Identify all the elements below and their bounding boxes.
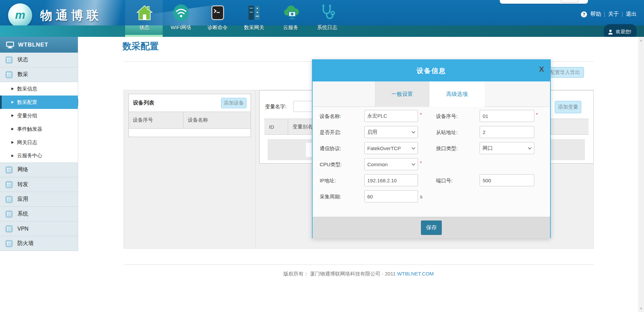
sidebar-item-firewall[interactable]: 防火墙 — [0, 236, 78, 251]
device-panel-title: 设备列表 — [133, 100, 154, 107]
footer-divider — [123, 264, 594, 265]
sidebar-brand: WTBLNET — [0, 37, 78, 53]
device-name-field[interactable] — [364, 110, 418, 122]
sidebar-item-label: 转发 — [17, 181, 28, 188]
sidebar-subitem-label: 数采配置 — [17, 99, 37, 106]
device-table-empty-row — [129, 129, 251, 136]
interface-type-select-value: 网口 — [483, 145, 493, 151]
sidebar-item-label: 应用 — [17, 196, 28, 203]
add-variable-button[interactable]: 添加变量 — [555, 101, 581, 113]
chevron-down-icon — [412, 162, 415, 166]
logo-globe-icon: m — [8, 3, 32, 27]
device-name-label: 设备名称: — [320, 113, 341, 120]
brand-name: 物通博联 — [40, 7, 102, 24]
form-row: IP地址: 端口号: — [313, 173, 550, 189]
gateway-icon — [245, 4, 263, 22]
variable-table-col-alias: 变量别名 — [288, 124, 313, 130]
nav-item-status[interactable]: 状态 — [126, 0, 163, 37]
nav-item-system-logs[interactable]: 系统日志 — [309, 0, 345, 37]
browser-notification-bar — [500, 0, 588, 4]
vertical-scrollbar[interactable]: ▲ ▼ — [638, 37, 644, 312]
sidebar-subitem-variable-groups[interactable]: 变量分组 — [0, 109, 78, 122]
port-field[interactable] — [480, 174, 534, 186]
enabled-select[interactable]: 启用 — [364, 126, 418, 138]
sidebar-item-status[interactable]: 状态 — [0, 53, 78, 67]
nav-item-diagnostic-command[interactable]: 诊断命令 — [199, 0, 236, 37]
required-star: * — [420, 160, 422, 166]
caret-right-icon — [11, 141, 14, 144]
grid-icon — [5, 240, 13, 247]
sidebar-subitem-label: 变量分组 — [17, 113, 37, 119]
cpu-type-label: CPU类型: — [320, 162, 342, 168]
slave-address-field[interactable] — [480, 126, 534, 138]
sidebar-item-data-acquisition[interactable]: 数采 — [0, 67, 78, 82]
welcome-badge: 欢迎您! — [604, 24, 637, 37]
sidebar-subitem-gateway-logs[interactable]: 网关日志 — [0, 136, 78, 149]
nav-label: 数采网关 — [244, 24, 264, 31]
user-icon — [608, 29, 613, 35]
grid-icon — [5, 210, 13, 218]
footer-link[interactable]: WTBLNET.COM — [397, 271, 434, 276]
divider — [604, 12, 605, 17]
seconds-suffix: s — [420, 194, 423, 199]
tab-advanced-options[interactable]: 高级选项 — [429, 81, 485, 107]
header-utility-links: ? 帮助 关于 退出 — [581, 11, 637, 18]
notification-bar-button[interactable] — [561, 0, 578, 3]
protocol-select-value: FatekOverTCP — [367, 145, 401, 151]
sidebar-item-system[interactable]: 系统 — [0, 207, 78, 222]
nav-item-data-gateway[interactable]: 数采网关 — [236, 0, 272, 37]
required-star: * — [536, 112, 538, 117]
nav-label: 诊断命令 — [208, 24, 228, 31]
nav-item-cloud-service[interactable]: 云服务 — [272, 0, 309, 37]
grid-icon — [5, 181, 13, 188]
sidebar-item-vpn[interactable]: VPN — [0, 222, 78, 236]
sidebar-item-label: 系统 — [17, 210, 28, 217]
enabled-select-value: 启用 — [367, 129, 377, 135]
logout-link[interactable]: 退出 — [626, 11, 637, 18]
sidebar-subitem-label: 云服务中心 — [17, 152, 42, 159]
modal-body: 设备名称: * 设备序号: * 是否开启: 启用 从站地址: 通信协议: Fat… — [313, 107, 550, 217]
panel-divider — [255, 90, 256, 248]
device-serial-field[interactable] — [480, 110, 534, 122]
device-table-col-name: 设备名称 — [183, 117, 208, 123]
close-icon[interactable]: X — [539, 66, 544, 73]
nav-item-wifi-network[interactable]: WIFI网络 — [163, 0, 199, 37]
scroll-down-arrow[interactable]: ▼ — [638, 306, 644, 311]
nav-label: WIFI网络 — [171, 24, 192, 31]
terminal-icon — [209, 4, 227, 22]
grid-icon — [5, 166, 13, 174]
nav-label: 状态 — [140, 24, 150, 31]
interface-type-select[interactable]: 网口 — [480, 142, 534, 154]
poll-period-field[interactable] — [364, 190, 418, 202]
about-link[interactable]: 关于 — [608, 11, 619, 18]
divider — [622, 12, 623, 17]
ip-address-field[interactable] — [364, 174, 418, 186]
sidebar-subitem-data-config[interactable]: 数采配置 — [0, 96, 78, 109]
page-title: 数采配置 — [122, 40, 159, 52]
scroll-up-arrow[interactable]: ▲ — [638, 38, 644, 43]
help-link[interactable]: 帮助 — [590, 11, 601, 18]
welcome-text: 欢迎您! — [616, 29, 631, 35]
config-import-export-button[interactable]: 配置导入导出 — [546, 67, 584, 78]
cpu-type-select[interactable]: Common — [364, 158, 418, 170]
caret-right-icon — [11, 101, 14, 104]
sidebar-item-label: VPN — [17, 226, 29, 232]
sidebar-subitem-data-info[interactable]: 数采信息 — [0, 82, 78, 96]
form-row: 是否开启: 启用 从站地址: — [313, 125, 550, 141]
sidebar-item-forwarding[interactable]: 转发 — [0, 177, 78, 192]
brand-logo: m 物通博联 — [8, 3, 102, 27]
protocol-select[interactable]: FatekOverTCP — [364, 142, 418, 154]
sidebar-subitem-cloud-center[interactable]: 云服务中心 — [0, 149, 78, 163]
sidebar-item-network[interactable]: 网络 — [0, 163, 78, 177]
protocol-label: 通信协议: — [320, 145, 341, 152]
add-device-button[interactable]: 添加设备 — [221, 98, 247, 108]
sidebar: WTBLNET 状态 数采 数采信息 数采配置 变量分组 事件触发器 网关 — [0, 37, 78, 251]
sidebar-item-applications[interactable]: 应用 — [0, 192, 78, 207]
grid-icon — [5, 196, 13, 203]
device-list-panel: 设备列表 添加设备 设备序号 设备名称 — [128, 94, 251, 137]
save-button[interactable]: 保存 — [421, 221, 442, 235]
chevron-down-icon — [528, 146, 532, 149]
sidebar-subitem-event-triggers[interactable]: 事件触发器 — [0, 122, 78, 136]
tab-general-settings[interactable]: 一般设置 — [375, 81, 429, 107]
modal-header: 设备信息 X — [313, 60, 550, 81]
